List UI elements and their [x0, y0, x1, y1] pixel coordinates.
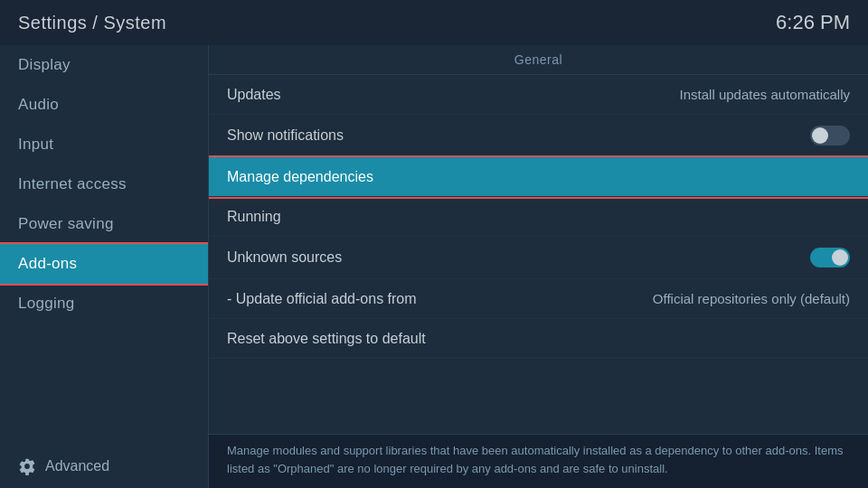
item-label: - Update official add-ons from — [227, 291, 417, 307]
main-layout: DisplayAudioInputInternet accessPower sa… — [0, 45, 868, 488]
status-bar: Manage modules and support libraries tha… — [209, 434, 868, 488]
item-value: Official repositories only (default) — [653, 291, 850, 306]
item-label: Show notifications — [227, 127, 344, 144]
settings-item-update-official-addons[interactable]: - Update official add-ons fromOfficial r… — [209, 279, 868, 319]
item-label: Unknown sources — [227, 249, 342, 266]
sidebar-items: DisplayAudioInputInternet accessPower sa… — [0, 45, 208, 445]
settings-item-unknown-sources[interactable]: Unknown sources — [209, 237, 868, 279]
sidebar-item-logging[interactable]: Logging — [0, 284, 208, 324]
item-label: Manage dependencies — [227, 169, 373, 185]
clock: 6:26 PM — [776, 11, 850, 34]
sidebar-item-display[interactable]: Display — [0, 45, 208, 85]
section-header: General — [209, 45, 868, 75]
settings-item-updates[interactable]: UpdatesInstall updates automatically — [209, 75, 868, 115]
sidebar-item-audio[interactable]: Audio — [0, 85, 208, 125]
status-text: Manage modules and support libraries tha… — [227, 444, 843, 475]
sidebar-item-input[interactable]: Input — [0, 125, 208, 164]
sidebar-item-internet-access[interactable]: Internet access — [0, 164, 208, 204]
sidebar-item-add-ons[interactable]: Add-ons — [0, 244, 208, 284]
toggle-knob — [812, 127, 828, 144]
toggle-show-notifications[interactable] — [810, 126, 850, 145]
settings-list: UpdatesInstall updates automaticallyShow… — [209, 75, 868, 359]
header: Settings / System 6:26 PM — [0, 0, 868, 45]
settings-item-reset-settings[interactable]: Reset above settings to default — [209, 319, 868, 359]
item-label: Reset above settings to default — [227, 331, 426, 347]
content-main: General UpdatesInstall updates automatic… — [209, 45, 868, 434]
content-area: General UpdatesInstall updates automatic… — [208, 45, 868, 488]
advanced-label: Advanced — [45, 458, 109, 474]
item-value: Install updates automatically — [680, 87, 850, 102]
item-label: Updates — [227, 87, 281, 103]
advanced-button[interactable]: Advanced — [0, 445, 208, 488]
settings-item-running[interactable]: Running — [209, 197, 868, 237]
toggle-knob — [832, 249, 848, 266]
gear-icon — [18, 457, 36, 475]
settings-item-manage-dependencies[interactable]: Manage dependencies — [209, 157, 868, 197]
settings-item-show-notifications[interactable]: Show notifications — [209, 115, 868, 157]
page-title: Settings / System — [18, 13, 166, 33]
toggle-unknown-sources[interactable] — [810, 248, 850, 267]
item-label: Running — [227, 209, 281, 225]
sidebar-item-power-saving[interactable]: Power saving — [0, 204, 208, 244]
sidebar: DisplayAudioInputInternet accessPower sa… — [0, 45, 208, 488]
